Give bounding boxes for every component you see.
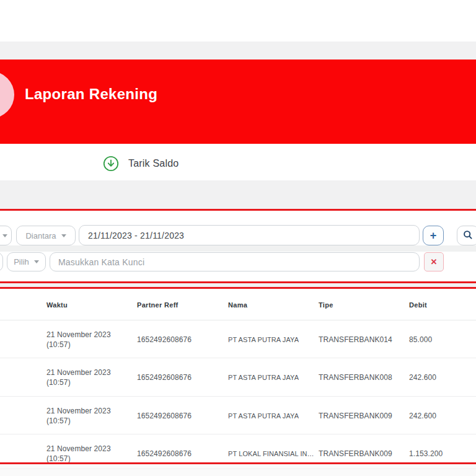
tarik-saldo-button[interactable]: Tarik Saldo (103, 155, 178, 172)
cell-nama: PT LOKAL FINANSIAL IN… (228, 435, 315, 465)
table-row[interactable]: 21 November 2023(10:57) 1652492608676 PT… (0, 397, 476, 434)
table-row[interactable]: 21 November 2023(10:57) 1652492608676 PT… (0, 359, 476, 397)
column-header-nama[interactable]: Nama (228, 289, 315, 320)
chevron-down-icon (2, 234, 7, 237)
page-bottom-divider (0, 469, 476, 469)
plus-icon: + (430, 229, 437, 242)
cell-debit: 85.000 (409, 320, 471, 358)
cell-waktu: 21 November 2023(10:57) (46, 320, 133, 358)
cell-debit: 242.600 (409, 359, 471, 397)
cell-tipe: TRANSFERBANK008 (319, 359, 405, 397)
column-header-waktu[interactable]: Waktu (46, 289, 133, 320)
chevron-down-icon (34, 260, 39, 263)
pilih-dropdown[interactable]: Pilih (7, 252, 46, 271)
cell-partner-reff: 1652492608676 (137, 359, 224, 397)
cell-waktu: 21 November 2023(10:57) (46, 359, 133, 397)
column-header-partner-reff[interactable]: Partner Reff (137, 289, 224, 320)
column-header-debit[interactable]: Debit (409, 289, 471, 320)
close-icon: ✕ (431, 257, 438, 267)
pilih-dropdown-label: Pilih (14, 257, 29, 267)
header-decorative-circle (0, 71, 14, 118)
column-header-tipe[interactable]: Tipe (319, 289, 405, 320)
operator-dropdown[interactable]: Diantara (16, 226, 76, 245)
filter-card: Diantara 21/11/2023 - 21/11/2023 + Pilih… (0, 209, 476, 283)
cell-nama: PT ASTA PUTRA JAYA (228, 359, 315, 397)
table-header-row: Waktu Partner Reff Nama Tipe Debit (0, 289, 476, 320)
search-icon (463, 230, 473, 242)
filter-rows-divider (0, 245, 476, 252)
download-circle-icon (103, 156, 119, 172)
cell-tipe: TRANSFERBANK014 (319, 320, 405, 358)
cell-waktu: 21 November 2023(10:57) (46, 435, 133, 465)
cell-partner-reff: 1652492608676 (137, 435, 224, 465)
add-filter-button[interactable]: + (423, 226, 444, 245)
cell-tipe: TRANSFERBANK009 (319, 397, 405, 434)
operator-dropdown-label: Diantara (25, 231, 56, 240)
page-bottom-band (0, 464, 476, 476)
chevron-down-icon (61, 234, 66, 237)
cell-nama: PT ASTA PUTRA JAYA (228, 320, 315, 358)
transactions-table: Waktu Partner Reff Nama Tipe Debit 21 No… (0, 287, 476, 464)
top-navbar (0, 0, 476, 42)
clear-filter-button[interactable]: ✕ (424, 252, 444, 271)
tarik-saldo-label: Tarik Saldo (128, 158, 178, 169)
table-row[interactable]: 21 November 2023(10:57) 1652492608676 PT… (0, 435, 476, 465)
page-title: Laporan Rekening (25, 86, 157, 103)
cell-partner-reff: 1652492608676 (137, 320, 224, 358)
cell-partner-reff: 1652492608676 (137, 397, 224, 434)
date-range-value: 21/11/2023 - 21/11/2023 (88, 231, 184, 240)
field-dropdown-cropped[interactable] (0, 226, 12, 245)
cell-debit: 1.153.200 (409, 435, 471, 465)
cell-tipe: TRANSFERBANK009 (319, 435, 405, 465)
cell-debit: 242.600 (409, 397, 471, 434)
cell-nama: PT ASTA PUTRA JAYA (228, 397, 315, 434)
cell-waktu: 21 November 2023(10:57) (46, 397, 133, 434)
action-band: Tarik Saldo (0, 144, 476, 180)
keyword-input[interactable]: Masukkan Kata Kunci (50, 252, 420, 271)
table-row[interactable]: 21 November 2023(10:57) 1652492608676 PT… (0, 320, 476, 358)
date-range-input[interactable]: 21/11/2023 - 21/11/2023 (79, 225, 420, 245)
field-dropdown-cropped[interactable] (0, 252, 3, 271)
page-background-gap (0, 180, 476, 209)
search-button[interactable] (457, 226, 476, 245)
page-background-gap (0, 42, 476, 60)
page-header: Laporan Rekening (0, 60, 476, 144)
keyword-placeholder: Masukkan Kata Kunci (58, 257, 144, 267)
